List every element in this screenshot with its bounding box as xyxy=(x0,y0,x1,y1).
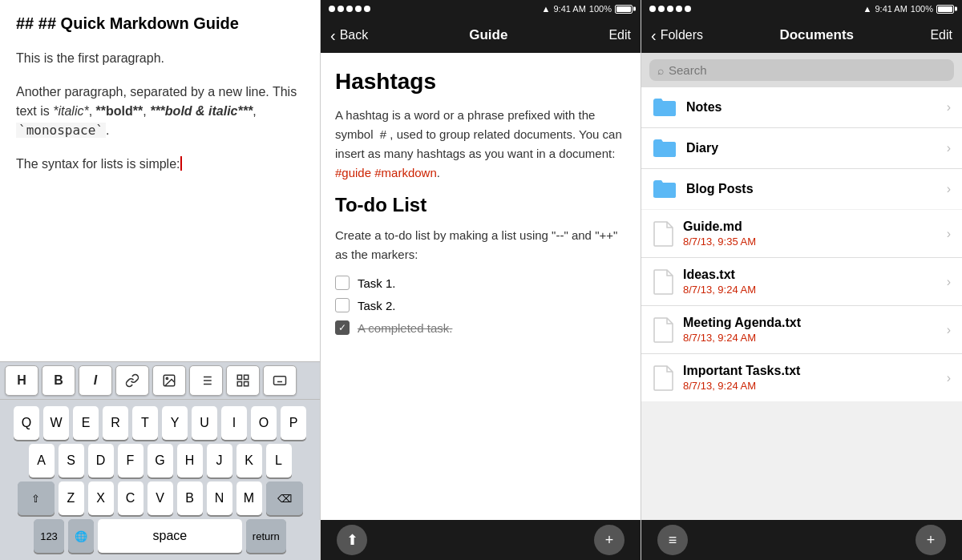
file-important[interactable]: Important Tasks.txt 8/7/13, 9:24 AM › xyxy=(641,354,962,401)
italic-text: *italic* xyxy=(53,104,88,118)
docs-statusbar: ▲ 9:41 AM 100% xyxy=(641,0,962,18)
notes-chevron-icon: › xyxy=(947,100,951,115)
docs-menu-button[interactable]: ≡ xyxy=(657,525,688,555)
key-Z[interactable]: Z xyxy=(59,481,84,515)
guide-content: Hashtags A hashtag is a word or a phrase… xyxy=(321,53,641,520)
toolbar-keyboard-btn[interactable] xyxy=(263,365,297,396)
ideas-file-info: Ideas.txt 8/7/13, 9:24 AM xyxy=(683,268,937,296)
toolbar-heading-btn[interactable]: H xyxy=(5,365,38,396)
key-W[interactable]: W xyxy=(43,406,69,440)
file-guide[interactable]: Guide.md 8/7/13, 9:35 AM › xyxy=(641,210,962,258)
docs-signal-dots xyxy=(649,6,691,12)
key-E[interactable]: E xyxy=(73,406,99,440)
link-icon xyxy=(125,373,139,388)
key-N[interactable]: N xyxy=(207,481,232,515)
dot1 xyxy=(329,6,335,12)
key-backspace[interactable]: ⌫ xyxy=(266,481,303,515)
important-file-name: Important Tasks.txt xyxy=(683,364,937,378)
svg-point-1 xyxy=(166,377,168,379)
toolbar-link-btn[interactable] xyxy=(115,365,149,396)
key-K[interactable]: K xyxy=(236,444,262,477)
toolbar-list-btn[interactable] xyxy=(189,365,223,396)
folder-blog-posts[interactable]: Blog Posts › xyxy=(641,169,962,209)
key-L[interactable]: L xyxy=(266,444,292,477)
key-B[interactable]: B xyxy=(177,481,203,515)
todo-item-2: Task 2. xyxy=(335,298,626,312)
monospace-text: `monospace` xyxy=(16,123,106,138)
file-ideas[interactable]: Ideas.txt 8/7/13, 9:24 AM › xyxy=(641,258,962,306)
key-O[interactable]: O xyxy=(251,406,277,440)
key-I[interactable]: I xyxy=(221,406,247,440)
key-F[interactable]: F xyxy=(118,444,143,477)
guide-status-right: ▲ 9:41 AM 100% xyxy=(542,4,633,14)
key-J[interactable]: J xyxy=(207,444,232,477)
guide-edit-button[interactable]: Edit xyxy=(608,28,631,42)
key-space[interactable]: space xyxy=(98,519,242,553)
key-Q[interactable]: Q xyxy=(14,406,39,440)
key-U[interactable]: U xyxy=(192,406,217,440)
key-M[interactable]: M xyxy=(236,481,262,515)
docs-add-button[interactable]: + xyxy=(916,525,946,555)
todo-checkbox-1[interactable] xyxy=(335,276,350,290)
key-P[interactable]: P xyxy=(281,406,306,440)
key-H[interactable]: H xyxy=(177,444,203,477)
meeting-file-name: Meeting Agenda.txt xyxy=(683,316,937,330)
keyboard-row-2: A S D F G H J K L xyxy=(3,444,317,477)
editor-content[interactable]: ## ## Quick Markdown Guide This is the f… xyxy=(0,0,320,361)
folder-notes[interactable]: Notes › xyxy=(641,87,962,128)
key-X[interactable]: X xyxy=(88,481,114,515)
docs-back-label: Folders xyxy=(661,28,703,42)
key-V[interactable]: V xyxy=(148,481,173,515)
guide-todo-heading: To-do List xyxy=(335,194,626,216)
dot2 xyxy=(338,6,344,12)
docs-dot3 xyxy=(667,6,673,12)
docs-panel: ▲ 9:41 AM 100% ‹ Folders Documents Edit … xyxy=(641,0,962,560)
key-A[interactable]: A xyxy=(29,444,55,477)
key-C[interactable]: C xyxy=(118,481,143,515)
key-return[interactable]: return xyxy=(246,519,286,553)
docs-navbar: ‹ Folders Documents Edit xyxy=(641,18,962,53)
todo-checkbox-2[interactable] xyxy=(335,298,350,312)
key-Y[interactable]: Y xyxy=(162,406,188,440)
bold-icon: B xyxy=(54,373,63,388)
guide-file-name: Guide.md xyxy=(683,220,937,234)
toolbar-italic-btn[interactable]: I xyxy=(79,365,112,396)
meeting-file-info: Meeting Agenda.txt 8/7/13, 9:24 AM xyxy=(683,316,937,344)
guide-share-button[interactable]: ⬆ xyxy=(337,525,367,555)
search-input[interactable] xyxy=(669,63,946,77)
key-S[interactable]: S xyxy=(59,444,84,477)
docs-search-container[interactable]: ⌕ xyxy=(649,59,954,81)
notes-row-info: Notes xyxy=(686,100,937,115)
docs-wifi-icon: ▲ xyxy=(863,4,872,14)
key-T[interactable]: T xyxy=(132,406,158,440)
key-shift[interactable]: ⇧ xyxy=(18,481,55,515)
keyboard-row-4: 123 🌐 space return xyxy=(3,519,317,553)
bold-italic-text: ***bold & italic*** xyxy=(150,104,253,118)
toolbar-image-btn[interactable] xyxy=(152,365,186,396)
hashtag2: #markdown xyxy=(374,166,437,179)
bold-text: **bold** xyxy=(96,104,143,118)
folder-icon xyxy=(653,97,677,118)
meeting-file-chevron: › xyxy=(947,323,951,337)
file-meeting[interactable]: Meeting Agenda.txt 8/7/13, 9:24 AM › xyxy=(641,306,962,354)
docs-back-button[interactable]: ‹ Folders xyxy=(651,26,703,45)
search-icon: ⌕ xyxy=(657,64,664,77)
share-icon: ⬆ xyxy=(346,531,358,549)
file-icon-ideas xyxy=(653,269,673,295)
toolbar-bold-btn[interactable]: B xyxy=(42,365,75,396)
todo-checkbox-3[interactable]: ✓ xyxy=(335,320,350,335)
toolbar-grid-btn[interactable] xyxy=(226,365,260,396)
folder-diary[interactable]: Diary › xyxy=(641,128,962,169)
guide-para1: A hashtag is a word or a phrase prefixed… xyxy=(335,106,626,183)
key-globe[interactable]: 🌐 xyxy=(68,519,94,553)
docs-edit-button[interactable]: Edit xyxy=(930,28,952,42)
key-D[interactable]: D xyxy=(88,444,114,477)
key-G[interactable]: G xyxy=(148,444,173,477)
guide-add-button[interactable]: + xyxy=(594,525,624,555)
key-R[interactable]: R xyxy=(103,406,128,440)
diary-row-info: Diary xyxy=(686,141,937,155)
key-numbers[interactable]: 123 xyxy=(34,519,64,553)
docs-nav-title: Documents xyxy=(779,27,854,43)
guide-back-button[interactable]: ‹ Back xyxy=(330,26,368,45)
editor-para1: This is the first paragraph. xyxy=(16,49,304,68)
